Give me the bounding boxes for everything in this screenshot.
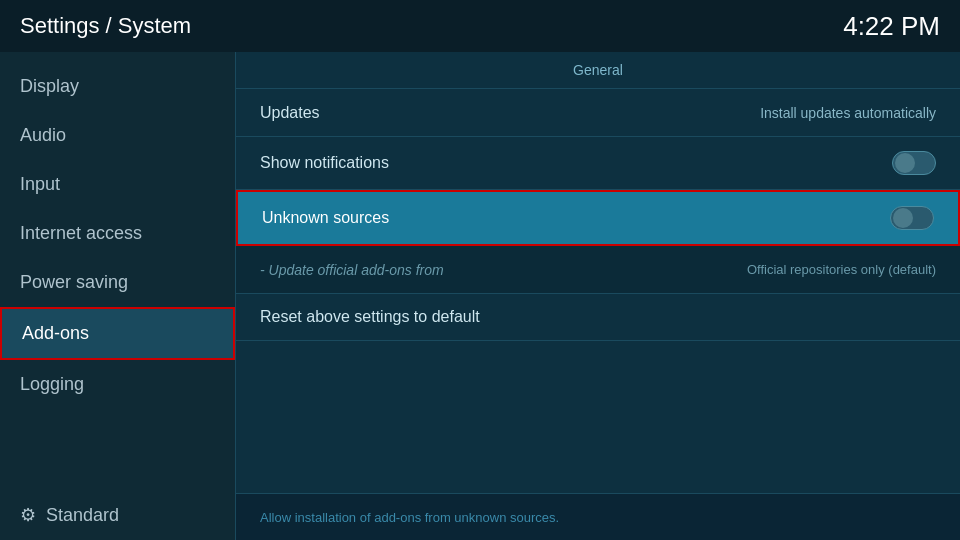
setting-label-show-notifications: Show notifications (260, 154, 389, 172)
sidebar-item-logging[interactable]: Logging (0, 360, 235, 409)
setting-row-update-official-addons[interactable]: - Update official add-ons from Official … (236, 246, 960, 294)
sidebar-item-add-ons[interactable]: Add-ons (0, 307, 235, 360)
sidebar-item-label: Internet access (20, 223, 142, 243)
setting-row-show-notifications[interactable]: Show notifications (236, 137, 960, 190)
toggle-unknown-sources[interactable] (890, 206, 934, 230)
setting-value-updates: Install updates automatically (760, 105, 936, 121)
settings-list: Updates Install updates automatically Sh… (236, 89, 960, 493)
sidebar-item-input[interactable]: Input (0, 160, 235, 209)
sidebar: Display Audio Input Internet access Powe… (0, 52, 235, 540)
gear-icon: ⚙ (20, 504, 36, 526)
setting-row-unknown-sources[interactable]: Unknown sources (236, 190, 960, 246)
sidebar-item-internet-access[interactable]: Internet access (0, 209, 235, 258)
setting-label-updates: Updates (260, 104, 320, 122)
setting-label-unknown-sources: Unknown sources (262, 209, 389, 227)
sidebar-item-label: Logging (20, 374, 84, 394)
footer-text: Allow installation of add-ons from unkno… (260, 510, 559, 525)
sidebar-item-label: Display (20, 76, 79, 96)
reset-label: Reset above settings to default (260, 308, 480, 325)
setting-row-reset[interactable]: Reset above settings to default (236, 294, 960, 341)
app-header: Settings / System 4:22 PM (0, 0, 960, 52)
sidebar-item-label: Add-ons (22, 323, 89, 343)
sidebar-footer-label: Standard (46, 505, 119, 526)
sidebar-footer: ⚙ Standard (0, 490, 235, 540)
section-header: General (236, 52, 960, 89)
content-footer: Allow installation of add-ons from unkno… (236, 493, 960, 540)
sidebar-item-power-saving[interactable]: Power saving (0, 258, 235, 307)
sidebar-item-display[interactable]: Display (0, 62, 235, 111)
sidebar-item-audio[interactable]: Audio (0, 111, 235, 160)
toggle-show-notifications[interactable] (892, 151, 936, 175)
setting-label-update-official-addons: - Update official add-ons from (260, 262, 444, 278)
main-layout: Display Audio Input Internet access Powe… (0, 52, 960, 540)
toggle-knob (895, 153, 915, 173)
content-area: General Updates Install updates automati… (235, 52, 960, 540)
sidebar-item-label: Power saving (20, 272, 128, 292)
setting-row-updates[interactable]: Updates Install updates automatically (236, 89, 960, 137)
toggle-knob (893, 208, 913, 228)
setting-value-update-official-addons: Official repositories only (default) (747, 262, 936, 277)
sidebar-item-label: Audio (20, 125, 66, 145)
sidebar-item-label: Input (20, 174, 60, 194)
clock: 4:22 PM (843, 11, 940, 42)
page-title: Settings / System (20, 13, 191, 39)
